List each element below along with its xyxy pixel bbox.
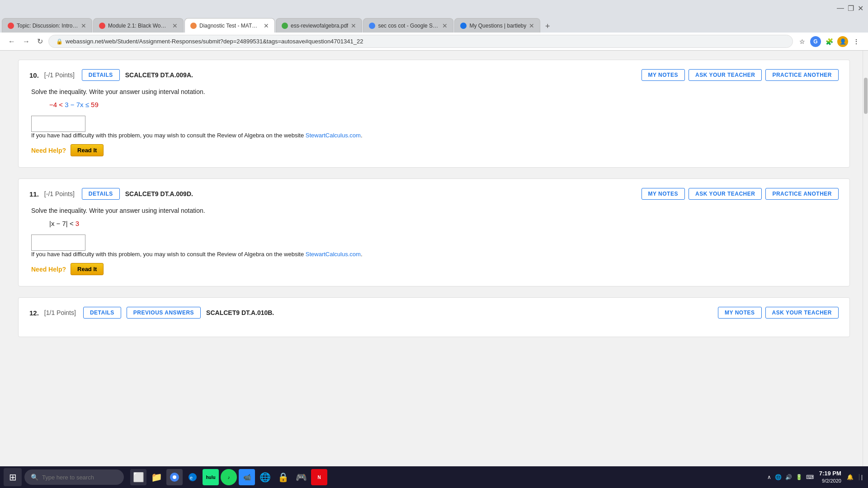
q11-body: Solve the inequality. Write your answer … bbox=[29, 207, 839, 275]
tab-close-5[interactable]: ✕ bbox=[442, 22, 448, 29]
q11-need-help: Need Help? Read It bbox=[31, 263, 837, 275]
tab-2[interactable]: Module 2.1: Black Women's... ✕ bbox=[93, 18, 184, 33]
minimize-button[interactable]: — bbox=[837, 4, 844, 12]
q11-need-help-label: Need Help? bbox=[31, 266, 66, 273]
forward-button[interactable]: → bbox=[21, 36, 32, 47]
q11-points: [-/1 Points] bbox=[44, 190, 75, 197]
tab-favicon-4 bbox=[282, 23, 288, 29]
q10-body: Solve the inequality. Write your answer … bbox=[29, 88, 839, 156]
tab-close-1[interactable]: ✕ bbox=[81, 22, 86, 29]
eq10-part2: 3 − 7 bbox=[65, 101, 80, 108]
tabs-bar: Topic: Discussion: Introduce... ✕ Module… bbox=[0, 16, 868, 33]
eq10-part3: x ≤ bbox=[80, 101, 91, 108]
tab-3[interactable]: Diagnostic Test - MATH241... ✕ bbox=[184, 18, 275, 33]
maximize-button[interactable]: ❐ bbox=[848, 4, 854, 13]
new-tab-button[interactable]: + bbox=[541, 20, 554, 33]
q11-footer-end: . bbox=[361, 251, 363, 258]
q10-number: 10. bbox=[29, 71, 39, 79]
q11-ask-teacher-button[interactable]: ASK YOUR TEACHER bbox=[689, 188, 762, 200]
q11-read-it-button[interactable]: Read It bbox=[71, 263, 104, 275]
q12-points: [1/1 Points] bbox=[44, 309, 76, 316]
address-bar-right: ☆ G 🧩 👤 ⋮ bbox=[797, 36, 862, 47]
tab-favicon-3 bbox=[190, 23, 197, 29]
q11-details-button[interactable]: DETAILS bbox=[82, 188, 120, 200]
back-button[interactable]: ← bbox=[6, 36, 17, 47]
tab-label-4: ess-reviewofalgebra.pdf bbox=[291, 23, 348, 29]
q10-answer-input[interactable] bbox=[31, 116, 85, 132]
q10-equation: −4 < 3 − 7x ≤ 59 bbox=[49, 101, 837, 108]
tab-1[interactable]: Topic: Discussion: Introduce... ✕ bbox=[2, 18, 92, 33]
tab-label-3: Diagnostic Test - MATH241... bbox=[199, 23, 261, 29]
q12-header-right: MY NOTES ASK YOUR TEACHER bbox=[718, 307, 839, 319]
q10-footer-end: . bbox=[361, 132, 363, 139]
eq11-part1: |x − 7| < bbox=[49, 220, 75, 227]
q11-footer-text: If you have had difficulty with this pro… bbox=[31, 251, 837, 258]
q10-header-right: MY NOTES ASK YOUR TEACHER PRACTICE ANOTH… bbox=[642, 69, 839, 81]
tab-label-1: Topic: Discussion: Introduce... bbox=[17, 23, 78, 29]
scrollbar[interactable] bbox=[863, 51, 868, 465]
question-10-header: 10. [-/1 Points] DETAILS SCALCET9 DT.A.0… bbox=[29, 69, 839, 81]
eq11-part2: 3 bbox=[75, 220, 79, 227]
question-10-block: 10. [-/1 Points] DETAILS SCALCET9 DT.A.0… bbox=[18, 60, 850, 168]
tab-5[interactable]: sec cos cot - Google Search ✕ bbox=[363, 18, 453, 33]
tab-close-4[interactable]: ✕ bbox=[351, 22, 356, 29]
q12-ask-teacher-button[interactable]: ASK YOUR TEACHER bbox=[765, 307, 839, 319]
url-text: webassign.net/web/Student/Assignment-Res… bbox=[66, 38, 363, 45]
question-11-block: 11. [-/1 Points] DETAILS SCALCET9 DT.A.0… bbox=[18, 178, 850, 286]
q11-footer-link[interactable]: StewartCalculus.com bbox=[306, 251, 361, 258]
question-12-block: 12. [1/1 Points] DETAILS PREVIOUS ANSWER… bbox=[18, 297, 850, 337]
tab-4[interactable]: ess-reviewofalgebra.pdf ✕ bbox=[276, 18, 362, 33]
tab-label-5: sec cos cot - Google Search bbox=[378, 23, 439, 29]
bookmark-icon[interactable]: ☆ bbox=[797, 36, 807, 47]
extensions-icon[interactable]: G bbox=[810, 36, 821, 47]
q12-details-button[interactable]: DETAILS bbox=[83, 307, 121, 319]
q11-answer-input[interactable] bbox=[31, 235, 85, 251]
tab-close-6[interactable]: ✕ bbox=[529, 22, 534, 29]
q11-code: SCALCET9 DT.A.009D. bbox=[125, 190, 636, 197]
tab-favicon-2 bbox=[99, 23, 105, 29]
eq10-part1: −4 < bbox=[49, 101, 65, 108]
q11-number: 11. bbox=[29, 190, 39, 198]
lock-icon: 🔒 bbox=[56, 38, 63, 45]
address-bar: ← → ↻ 🔒 webassign.net/web/Student/Assign… bbox=[0, 33, 868, 51]
q10-instruction: Solve the inequality. Write your answer … bbox=[31, 88, 837, 95]
puzzle-icon[interactable]: 🧩 bbox=[824, 36, 835, 47]
q10-read-it-button[interactable]: Read It bbox=[71, 144, 104, 156]
q11-my-notes-button[interactable]: MY NOTES bbox=[642, 188, 685, 200]
url-bar[interactable]: 🔒 webassign.net/web/Student/Assignment-R… bbox=[48, 35, 793, 48]
tab-label-6: My Questions | bartleby bbox=[469, 23, 526, 29]
q11-practice-button[interactable]: PRACTICE ANOTHER bbox=[765, 188, 839, 200]
tab-favicon-6 bbox=[460, 23, 467, 29]
scrollbar-thumb[interactable] bbox=[864, 78, 868, 114]
eq10-part4: 59 bbox=[91, 101, 99, 108]
q10-details-button[interactable]: DETAILS bbox=[82, 69, 120, 81]
q11-instruction: Solve the inequality. Write your answer … bbox=[31, 207, 837, 214]
q12-my-notes-button[interactable]: MY NOTES bbox=[718, 307, 761, 319]
q10-footer-text: If you have had difficulty with this pro… bbox=[31, 132, 837, 139]
tab-close-2[interactable]: ✕ bbox=[172, 22, 178, 29]
tab-close-3[interactable]: ✕ bbox=[264, 22, 269, 29]
q12-prev-answers-button[interactable]: PREVIOUS ANSWERS bbox=[127, 307, 201, 319]
title-bar: — ❐ ✕ bbox=[0, 0, 868, 16]
q10-need-help: Need Help? Read It bbox=[31, 144, 837, 156]
close-button[interactable]: ✕ bbox=[858, 4, 863, 13]
q11-answer-container bbox=[31, 235, 837, 251]
q10-practice-button[interactable]: PRACTICE ANOTHER bbox=[765, 69, 839, 81]
tab-favicon-5 bbox=[369, 23, 375, 29]
question-11-header: 11. [-/1 Points] DETAILS SCALCET9 DT.A.0… bbox=[29, 188, 839, 200]
q12-number: 12. bbox=[29, 309, 39, 317]
tab-label-2: Module 2.1: Black Women's... bbox=[108, 23, 170, 29]
reload-button[interactable]: ↻ bbox=[35, 35, 45, 47]
q10-answer-container bbox=[31, 116, 837, 132]
q10-need-help-label: Need Help? bbox=[31, 147, 66, 154]
q11-equation: |x − 7| < 3 bbox=[49, 220, 837, 227]
page-content: 10. [-/1 Points] DETAILS SCALCET9 DT.A.0… bbox=[0, 51, 868, 465]
q10-my-notes-button[interactable]: MY NOTES bbox=[642, 69, 685, 81]
q10-footer-link[interactable]: StewartCalculus.com bbox=[306, 132, 361, 139]
window-controls[interactable]: — ❐ ✕ bbox=[837, 4, 863, 13]
tab-6[interactable]: My Questions | bartleby ✕ bbox=[454, 18, 540, 33]
menu-icon[interactable]: ⋮ bbox=[851, 36, 862, 47]
profile-icon[interactable]: 👤 bbox=[837, 36, 848, 47]
q10-ask-teacher-button[interactable]: ASK YOUR TEACHER bbox=[689, 69, 762, 81]
q10-code: SCALCET9 DT.A.009A. bbox=[125, 71, 636, 79]
